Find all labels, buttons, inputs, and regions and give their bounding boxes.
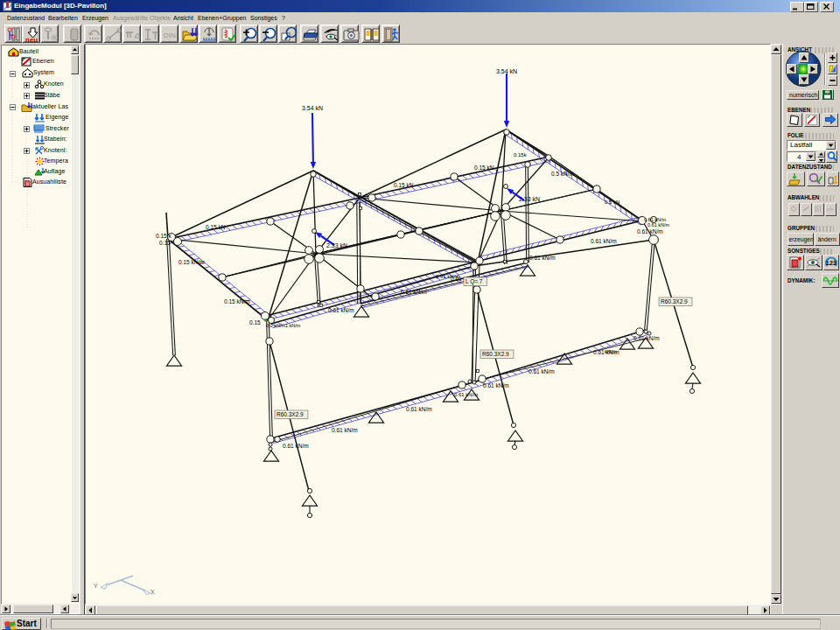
svg-text:0.61 kN/m: 0.61 kN/m — [634, 335, 660, 341]
svg-text:0.61 kN/m: 0.61 kN/m — [637, 228, 663, 234]
svg-text:alle: alle — [827, 206, 835, 212]
svg-text:3.54 kN: 3.54 kN — [302, 105, 323, 111]
svg-text:0.61 kN/m: 0.61 kN/m — [332, 427, 358, 433]
svg-text:0.0 kN/m1 kN/m: 0.0 kN/m1 kN/m — [266, 323, 301, 328]
svg-text:0.61 kN/m: 0.61 kN/m — [591, 238, 617, 244]
svg-text:0.15 kN/m: 0.15 kN/m — [224, 298, 250, 304]
svg-text:DIN: DIN — [164, 32, 176, 39]
svg-text:X: X — [150, 589, 155, 595]
svg-text:0.61 kN/m: 0.61 kN/m — [436, 274, 459, 279]
svg-text:R60.3X2.9: R60.3X2.9 — [482, 351, 509, 357]
svg-text:0.15k: 0.15k — [514, 152, 528, 158]
svg-text:0.61 kN/m: 0.61 kN/m — [483, 382, 509, 388]
svg-text:123: 123 — [826, 259, 837, 267]
svg-text:0.15 kN/m: 0.15 kN/m — [178, 259, 205, 265]
svg-text:0.5 kN/m: 0.5 kN/m — [551, 171, 574, 177]
svg-text:3.54 kN: 3.54 kN — [496, 68, 517, 74]
svg-text:0.61 kN/m: 0.61 kN/m — [528, 368, 555, 374]
svg-text:0.15: 0.15 — [159, 240, 171, 246]
svg-text:0.15: 0.15 — [249, 319, 261, 326]
svg-text:2.33 kN: 2.33 kN — [326, 242, 347, 248]
svg-text:R60.3X2.9: R60.3X2.9 — [276, 411, 304, 417]
svg-text:0.15 k: 0.15 k — [156, 233, 172, 239]
svg-text:0.61 kN/m: 0.61 kN/m — [283, 443, 309, 449]
svg-text:2.33 kN: 2.33 kN — [519, 196, 540, 202]
svg-text:neu: neu — [25, 36, 38, 43]
svg-text:0.5 kN: 0.5 kN — [605, 200, 620, 205]
svg-text:0.61 kN/m: 0.61 kN/m — [406, 406, 432, 412]
svg-text:0.61 kN/m: 0.61 kN/m — [328, 307, 354, 313]
svg-text:0.61 kN/m: 0.61 kN/m — [529, 255, 556, 261]
svg-text:0.15 kN: 0.15 kN — [394, 182, 414, 188]
svg-text:0.61 kN/m: 0.61 kN/m — [401, 289, 427, 295]
svg-text:0.61 kN/m: 0.61 kN/m — [648, 222, 669, 228]
svg-text:0.15 kN: 0.15 kN — [206, 224, 226, 230]
svg-text:L Q=.7: L Q=.7 — [466, 278, 483, 285]
svg-text:0.15 kN: 0.15 kN — [474, 164, 494, 171]
svg-text:0.61 kN/m: 0.61 kN/m — [454, 392, 478, 397]
svg-text:R60.3X2.9: R60.3X2.9 — [661, 298, 688, 304]
svg-text:Y: Y — [94, 583, 98, 589]
svg-text:kN/m: kN/m — [605, 349, 617, 354]
